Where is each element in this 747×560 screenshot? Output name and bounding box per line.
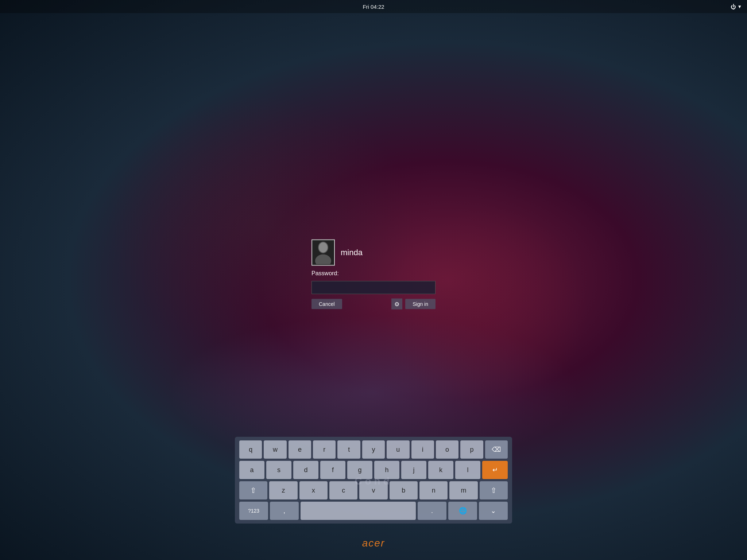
key-a[interactable]: a	[239, 461, 264, 479]
gear-icon-button[interactable]: ⚙	[391, 299, 402, 310]
key-g[interactable]: g	[347, 461, 372, 479]
key-v[interactable]: v	[359, 481, 387, 499]
keyboard-row-4: ?123 , . 🌐 ⌄	[239, 502, 508, 520]
key-l[interactable]: l	[455, 461, 480, 479]
signin-button[interactable]: Sign in	[405, 299, 436, 309]
datetime-label: Fri 04:22	[363, 4, 384, 10]
svg-point-2	[319, 242, 328, 253]
user-row: minda	[311, 240, 363, 266]
key-f[interactable]: f	[320, 461, 345, 479]
key-h[interactable]: h	[374, 461, 399, 479]
key-b[interactable]: b	[390, 481, 418, 499]
avatar	[311, 240, 335, 266]
key-space[interactable]	[301, 502, 416, 520]
acer-brand: acer	[362, 537, 385, 549]
avatar-image	[314, 241, 332, 264]
key-shift-right[interactable]: ⇧	[480, 481, 508, 499]
key-m[interactable]: m	[449, 481, 477, 499]
keyboard-row-3: ⇧ z x c v b n m ⇧	[239, 481, 508, 499]
key-k[interactable]: k	[428, 461, 453, 479]
key-y[interactable]: y	[362, 440, 385, 459]
username-label: minda	[341, 248, 363, 257]
key-numbers[interactable]: ?123	[239, 502, 268, 520]
key-j[interactable]: j	[401, 461, 426, 479]
key-n[interactable]: n	[419, 481, 448, 499]
key-lang[interactable]: 🌐	[448, 502, 477, 520]
key-d[interactable]: d	[293, 461, 318, 479]
login-box: minda Password: Cancel ⚙ Sign in	[311, 240, 436, 310]
topbar-right: ⏻ ▾	[731, 3, 741, 10]
key-q[interactable]: q	[239, 440, 262, 459]
key-hide-keyboard[interactable]: ⌄	[479, 502, 508, 520]
screen: Fri 04:22 ⏻ ▾ minda Password: Cancel	[0, 0, 747, 560]
key-comma[interactable]: ,	[270, 502, 299, 520]
button-row: Cancel ⚙ Sign in	[311, 299, 436, 310]
password-input[interactable]	[311, 281, 436, 294]
key-x[interactable]: x	[299, 481, 328, 499]
key-w[interactable]: w	[264, 440, 286, 459]
key-period[interactable]: .	[418, 502, 446, 520]
key-e[interactable]: e	[289, 440, 311, 459]
key-s[interactable]: s	[266, 461, 291, 479]
key-shift-left[interactable]: ⇧	[239, 481, 267, 499]
keyboard-row-1: q w e r t y u i o p ⌫	[239, 440, 508, 459]
key-p[interactable]: p	[460, 440, 483, 459]
key-z[interactable]: z	[269, 481, 297, 499]
password-field-wrap	[311, 281, 436, 294]
key-i[interactable]: i	[411, 440, 434, 459]
svg-point-1	[315, 254, 331, 264]
key-c[interactable]: c	[329, 481, 357, 499]
topbar-arrow: ▾	[738, 3, 741, 10]
topbar: Fri 04:22 ⏻ ▾	[0, 0, 747, 13]
on-screen-keyboard: q w e r t y u i o p ⌫ a s d f g h j k l …	[235, 437, 512, 524]
key-u[interactable]: u	[387, 440, 409, 459]
key-enter[interactable]: ↵	[482, 461, 508, 479]
password-label: Password:	[311, 270, 339, 277]
signin-row: ⚙ Sign in	[391, 299, 436, 310]
key-backspace[interactable]: ⌫	[485, 440, 508, 459]
power-icon[interactable]: ⏻	[731, 4, 736, 10]
keyboard-row-2: a s d f g h j k l ↵	[239, 461, 508, 479]
key-t[interactable]: t	[337, 440, 360, 459]
cancel-button[interactable]: Cancel	[311, 299, 342, 309]
key-r[interactable]: r	[313, 440, 336, 459]
key-o[interactable]: o	[436, 440, 458, 459]
